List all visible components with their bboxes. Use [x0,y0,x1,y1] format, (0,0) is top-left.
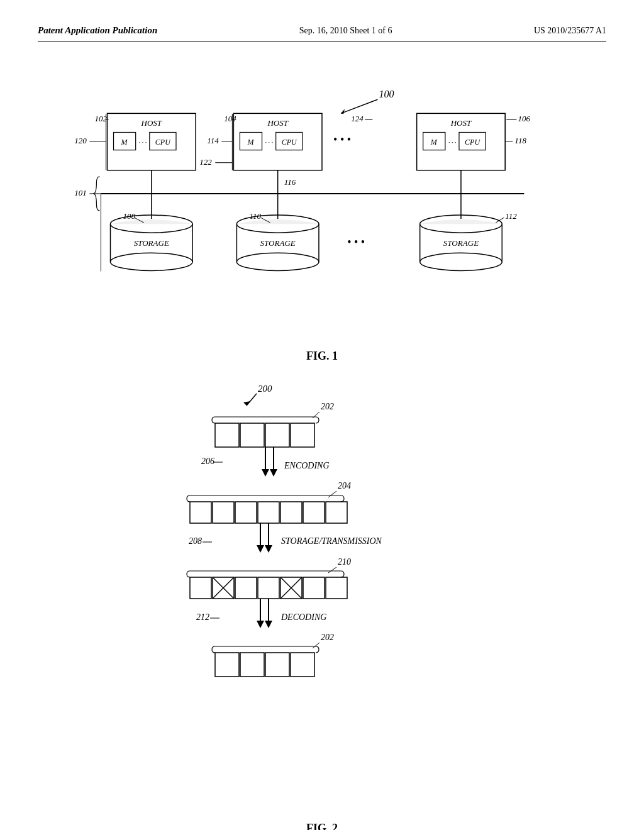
svg-rect-96 [213,502,234,523]
svg-text:120: 120 [74,136,87,145]
svg-rect-133 [215,653,239,677]
svg-text:DECODING: DECODING [280,612,326,622]
svg-text:118: 118 [514,136,526,145]
svg-text:STORAGE: STORAGE [260,238,296,248]
svg-rect-82 [240,423,264,447]
svg-rect-101 [326,502,347,523]
svg-line-74 [496,218,504,223]
svg-text:106: 106 [518,114,530,123]
svg-text:116: 116 [284,177,296,187]
svg-marker-128 [265,621,272,628]
svg-rect-112 [190,577,211,599]
fig2-diagram: 200 202 206 ENCODING [38,373,606,819]
svg-text:114: 114 [207,136,219,145]
svg-rect-83 [265,423,289,447]
svg-text:• • •: • • • [347,236,365,248]
svg-text:102: 102 [94,114,107,123]
fig2-label: FIG. 2 [38,822,606,830]
svg-rect-122 [326,577,347,599]
svg-point-56 [111,253,193,270]
svg-rect-134 [240,653,264,677]
svg-text:· · ·: · · · [139,139,147,146]
svg-marker-126 [257,621,264,628]
svg-rect-81 [215,423,239,447]
header-date-sheet: Sep. 16, 2010 Sheet 1 of 6 [299,26,392,36]
svg-rect-99 [280,502,302,523]
svg-text:206: 206 [201,456,214,466]
svg-text:· · ·: · · · [448,139,457,146]
svg-text:204: 204 [338,481,351,490]
fig1-label: FIG. 1 [38,350,606,363]
fig1-diagram: 100 HOST M · · · CPU 102 120 HOST [38,67,606,343]
svg-rect-97 [235,502,257,523]
svg-text:112: 112 [505,211,517,221]
svg-text:122: 122 [199,157,212,167]
fig1-svg: 100 HOST M · · · CPU 102 120 HOST [38,67,606,343]
svg-rect-135 [265,653,289,677]
svg-text:210: 210 [338,557,351,567]
svg-rect-121 [303,577,325,599]
page: Patent Application Publication Sep. 16, … [0,0,644,830]
svg-text:101: 101 [74,188,87,197]
header-publication-type: Patent Application Publication [38,25,157,36]
svg-text:124: 124 [351,114,364,123]
svg-point-71 [420,253,502,270]
svg-text:CPU: CPU [155,138,171,147]
svg-text:STORAGE: STORAGE [443,238,479,248]
svg-text:202: 202 [321,633,334,642]
svg-text:M: M [430,138,438,147]
svg-line-110 [328,567,336,573]
svg-rect-95 [190,502,211,523]
svg-text:212: 212 [196,612,209,622]
svg-rect-100 [303,502,325,523]
svg-line-93 [328,491,336,497]
svg-text:HOST: HOST [140,118,162,128]
svg-text:M: M [121,138,128,147]
svg-text:· · ·: · · · [265,139,274,146]
header-patent-number: US 2010/235677 A1 [534,26,606,36]
svg-text:200: 200 [258,384,272,394]
svg-text:HOST: HOST [267,118,289,128]
svg-rect-117 [258,577,279,599]
svg-text:STORAGE/TRANSMISSION: STORAGE/TRANSMISSION [281,536,382,546]
page-header: Patent Application Publication Sep. 16, … [38,25,606,42]
svg-marker-77 [243,401,250,406]
svg-rect-136 [291,653,314,677]
svg-text:202: 202 [321,402,334,411]
svg-text:108: 108 [123,211,136,221]
svg-text:110: 110 [249,211,261,221]
svg-marker-105 [257,545,264,553]
svg-rect-84 [291,423,314,447]
svg-point-63 [236,253,319,270]
svg-marker-1 [341,109,345,114]
svg-text:208: 208 [189,536,202,546]
svg-text:M: M [247,138,254,147]
svg-marker-90 [270,469,277,477]
svg-line-0 [341,99,377,113]
svg-text:104: 104 [224,114,236,123]
svg-text:HOST: HOST [450,118,472,128]
fig2-svg: 200 202 206 ENCODING [102,373,542,813]
svg-text:CPU: CPU [282,138,297,147]
svg-text:• • •: • • • [333,133,351,146]
svg-text:ENCODING: ENCODING [284,461,330,470]
fig1-number: 100 [379,89,394,99]
svg-rect-98 [258,502,279,523]
svg-marker-107 [265,545,272,553]
svg-rect-116 [235,577,257,599]
svg-text:CPU: CPU [465,138,480,147]
svg-marker-88 [262,469,269,477]
svg-text:STORAGE: STORAGE [134,238,169,248]
